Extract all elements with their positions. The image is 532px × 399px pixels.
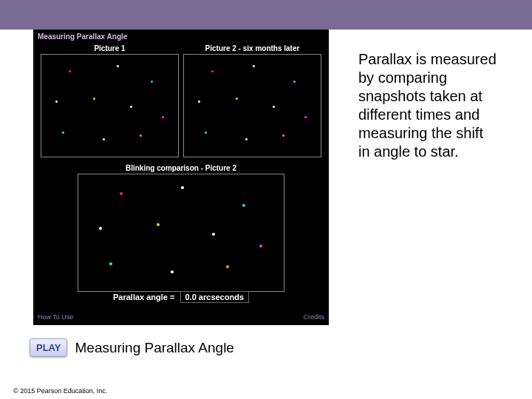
bottom-panel: Blinking comparison - Picture 2 [78, 163, 284, 292]
play-button[interactable]: PLAY [30, 338, 67, 357]
starbox-1 [41, 54, 179, 157]
angle-value: 0.0 arcseconds [180, 291, 250, 303]
content-area: Measuring Parallax Angle Picture 1 [0, 30, 532, 325]
play-label: Measuring Parallax Angle [75, 340, 233, 356]
bottom-panel-title: Blinking comparison - Picture 2 [78, 163, 284, 174]
top-panels: Picture 1 Picture 2 - six months later [41, 43, 321, 157]
big-starbox [78, 174, 284, 292]
parallax-angle-row: Parallax angle = 0.0 arcseconds [33, 291, 329, 303]
header-bar [0, 0, 532, 30]
panel-1-title: Picture 1 [41, 43, 179, 54]
credits-link[interactable]: Credits [303, 313, 324, 321]
panel-2-title: Picture 2 - six months later [183, 43, 321, 54]
parallax-app: Measuring Parallax Angle Picture 1 [33, 30, 329, 325]
howto-link[interactable]: How To Use [38, 313, 73, 321]
panel-picture-1: Picture 1 [41, 43, 179, 157]
description-text: Parallax is measured by comparing snapsh… [358, 50, 499, 161]
copyright-text: © 2015 Pearson Education, Inc. [13, 387, 107, 395]
panel-picture-2: Picture 2 - six months later [183, 43, 321, 157]
app-title: Measuring Parallax Angle [38, 33, 127, 41]
play-row: PLAY Measuring Parallax Angle [30, 338, 234, 357]
starbox-2 [183, 54, 321, 157]
text-column: Parallax is measured by comparing snapsh… [329, 30, 521, 325]
app-footer: How To Use Credits [38, 313, 324, 321]
angle-label-text: Parallax angle = [113, 293, 174, 301]
